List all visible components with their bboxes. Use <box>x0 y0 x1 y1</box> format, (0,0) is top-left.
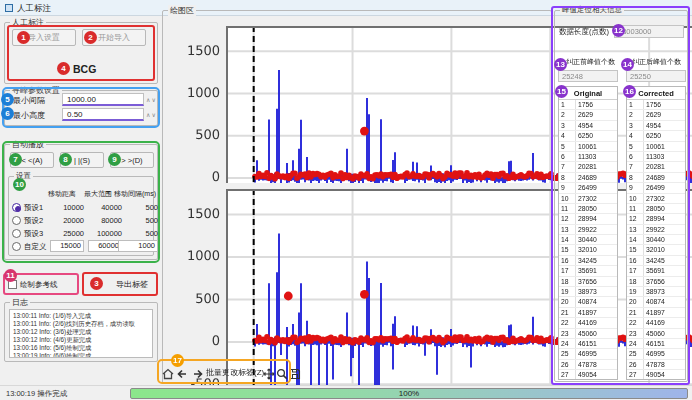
table-row[interactable]: 34954 <box>627 121 685 131</box>
table-row[interactable]: 1532010 <box>559 245 617 255</box>
table-row[interactable]: 824689 <box>627 173 685 183</box>
table-row[interactable]: 1027302 <box>559 194 617 204</box>
table-row[interactable]: 824689 <box>559 173 617 183</box>
row-index: 8 <box>629 174 643 181</box>
row-index: 23 <box>561 330 575 337</box>
table-row[interactable]: 2040874 <box>559 297 617 307</box>
table-row[interactable]: 1837656 <box>559 277 617 287</box>
table-row[interactable]: 1329922 <box>627 225 685 235</box>
table-row[interactable]: 11756 <box>559 100 617 110</box>
table-row[interactable]: 926499 <box>627 183 685 193</box>
save-icon[interactable] <box>289 366 301 378</box>
table-row[interactable]: 2446151 <box>559 339 617 349</box>
row-value: 4954 <box>578 122 593 129</box>
table-row[interactable]: 2141897 <box>559 308 617 318</box>
table-row[interactable]: 22629 <box>627 110 685 120</box>
row-index: 3 <box>629 122 643 129</box>
min-interval-spinner[interactable]: ∧∨ <box>146 96 157 103</box>
table-row[interactable]: 2345060 <box>559 329 617 339</box>
preset-radio-2[interactable] <box>12 216 21 225</box>
table-row[interactable]: 1430440 <box>559 235 617 245</box>
table-row[interactable]: 611303 <box>559 152 617 162</box>
table-row[interactable]: 2141897 <box>627 308 685 318</box>
table-row[interactable]: 2647878 <box>559 360 617 370</box>
row-index: 25 <box>561 350 575 357</box>
table-row[interactable]: 510061 <box>559 142 617 152</box>
corrected-peaks-table[interactable]: Corrected 117562262934954462505100616113… <box>626 86 686 380</box>
forward-icon[interactable] <box>191 366 203 378</box>
zoom-icon[interactable] <box>276 366 288 378</box>
min-height-input[interactable]: 0.50 <box>62 108 144 121</box>
table-row[interactable]: 611303 <box>627 152 685 162</box>
table-row[interactable]: 11756 <box>627 100 685 110</box>
pre-peak-count-label: 纠正前峰值个数 <box>566 57 615 67</box>
row-index: 16 <box>629 257 643 264</box>
table-row[interactable]: 2244169 <box>627 318 685 328</box>
row-value: 34245 <box>578 257 597 264</box>
table-row[interactable]: 2647878 <box>627 360 685 370</box>
table-row[interactable]: 46250 <box>627 131 685 141</box>
row-value: 2629 <box>646 111 661 118</box>
table-row[interactable]: 2244169 <box>559 318 617 328</box>
preset-radio-4[interactable] <box>12 242 21 251</box>
row-index: 26 <box>629 361 643 368</box>
table-row[interactable]: 1228994 <box>559 214 617 224</box>
preset-radio-3[interactable] <box>12 229 21 238</box>
table-row[interactable]: 1532010 <box>627 245 685 255</box>
row-value: 20281 <box>578 163 597 170</box>
preset-value-input[interactable]: 1000 <box>118 240 158 252</box>
table-row[interactable]: 1634245 <box>559 256 617 266</box>
pan-icon[interactable] <box>263 366 275 378</box>
row-value: 37656 <box>578 278 597 285</box>
row-value: 49054 <box>646 371 665 378</box>
table-row[interactable]: 720281 <box>627 162 685 172</box>
table-row[interactable]: 34954 <box>559 121 617 131</box>
preset-value-input[interactable]: 60000 <box>88 240 122 252</box>
table-row[interactable]: 1735691 <box>559 266 617 276</box>
row-index: 23 <box>629 330 643 337</box>
table-row[interactable]: 1128050 <box>627 204 685 214</box>
table-row[interactable]: 46250 <box>559 131 617 141</box>
table-row[interactable]: 1837656 <box>627 277 685 287</box>
table-row[interactable]: 22629 <box>559 110 617 120</box>
table-row[interactable]: 2546995 <box>627 349 685 359</box>
table-row[interactable]: 1128050 <box>559 204 617 214</box>
group-manual-annotation-label: 人工标注 <box>10 17 46 28</box>
table-row[interactable]: 1735691 <box>627 266 685 276</box>
row-value: 6250 <box>646 132 661 139</box>
min-height-spinner[interactable]: ∧∨ <box>146 111 157 118</box>
table-row[interactable]: 1228994 <box>627 214 685 224</box>
row-value: 10061 <box>578 143 597 150</box>
table-row[interactable]: 1938973 <box>559 287 617 297</box>
min-interval-input[interactable]: 1000.00 <box>62 93 144 106</box>
log-box[interactable]: 13:00:11 Info: (1/6)导入完成13:00:11 Info: (… <box>9 309 153 358</box>
table-row[interactable]: 1027302 <box>627 194 685 204</box>
original-peaks-table[interactable]: Original 1175622629349544625051006161130… <box>558 86 618 380</box>
row-index: 15 <box>629 246 643 253</box>
table-row[interactable]: 510061 <box>627 142 685 152</box>
table-row[interactable]: 1430440 <box>627 235 685 245</box>
row-index: 10 <box>561 195 575 202</box>
row-index: 6 <box>561 153 575 160</box>
row-index: 26 <box>561 361 575 368</box>
table-row[interactable]: 2749054 <box>559 370 617 380</box>
table-row[interactable]: 1329922 <box>559 225 617 235</box>
table-row[interactable]: 2546995 <box>559 349 617 359</box>
table-row[interactable]: 2040874 <box>627 297 685 307</box>
preset-value-input[interactable]: 15000 <box>50 240 84 252</box>
back-icon[interactable] <box>177 366 189 378</box>
preset-header-move-distance: 移动距离 <box>48 189 76 199</box>
table-row[interactable]: 2749054 <box>627 370 685 380</box>
table-row[interactable]: 926499 <box>559 183 617 193</box>
row-value: 44169 <box>578 319 597 326</box>
table-row[interactable]: 2446151 <box>627 339 685 349</box>
batch-change-labels-button[interactable]: 批量更改标签(Z) <box>206 367 264 378</box>
preset-label: 预设1 <box>24 203 43 213</box>
table-row[interactable]: 1938973 <box>627 287 685 297</box>
preset-radio-1[interactable] <box>12 203 21 212</box>
row-index: 12 <box>629 215 643 222</box>
table-row[interactable]: 2345060 <box>627 329 685 339</box>
table-row[interactable]: 720281 <box>559 162 617 172</box>
table-row[interactable]: 1634245 <box>627 256 685 266</box>
home-icon[interactable] <box>162 366 174 378</box>
